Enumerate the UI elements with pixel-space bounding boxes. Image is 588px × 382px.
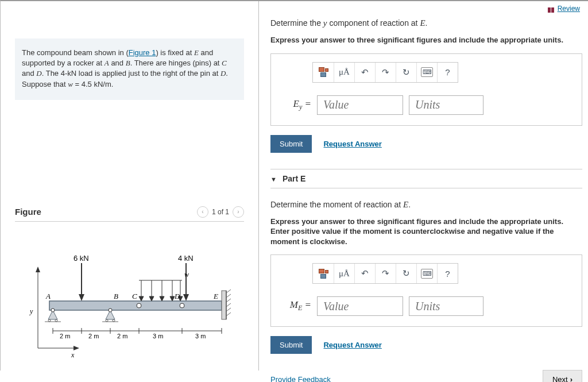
- svg-line-12: [226, 312, 231, 316]
- svg-point-17: [55, 319, 57, 322]
- svg-marker-33: [149, 296, 154, 301]
- special-chars-button[interactable]: μÅ: [334, 63, 354, 82]
- undo-button[interactable]: ↶: [354, 63, 375, 82]
- svg-text:2 m: 2 m: [117, 333, 127, 339]
- help-button[interactable]: ?: [437, 264, 458, 283]
- svg-marker-3: [74, 346, 79, 350]
- svg-line-8: [226, 294, 231, 298]
- svg-point-16: [48, 319, 51, 322]
- svg-text:D: D: [174, 292, 180, 300]
- figure-title: Figure: [15, 207, 41, 217]
- problem-statement: The compound beam shown in (Figure 1) is…: [15, 38, 244, 100]
- fraction-tool-icon[interactable]: [313, 63, 334, 82]
- svg-marker-26: [79, 294, 84, 301]
- svg-point-21: [106, 319, 108, 322]
- parte-instructions: Express your answer to three significant…: [270, 217, 582, 247]
- q1-units-input[interactable]: [409, 95, 483, 115]
- parte-value-input[interactable]: [317, 296, 403, 316]
- fraction-tool-icon[interactable]: [313, 264, 334, 283]
- svg-text:3 m: 3 m: [195, 333, 206, 339]
- review-link[interactable]: Review: [548, 5, 580, 13]
- q1-answer-box: μÅ ↶ ↷ ↻ ⌨ ? Ey =: [270, 53, 582, 126]
- next-button[interactable]: Next›: [543, 370, 582, 382]
- load-w: w: [184, 271, 189, 279]
- load-6kn: 6 kN: [74, 254, 89, 263]
- part-e-header[interactable]: ▼Part E: [270, 169, 582, 188]
- review-icon: [548, 6, 556, 11]
- q1-var-label: Ey =: [287, 98, 311, 111]
- svg-line-10: [226, 303, 231, 307]
- figure-link[interactable]: Figure 1: [129, 48, 156, 57]
- svg-text:B: B: [114, 292, 118, 300]
- q1-submit-button[interactable]: Submit: [270, 135, 312, 153]
- figure-header: Figure ‹ 1 of 1 ›: [15, 206, 244, 222]
- svg-point-23: [137, 303, 141, 308]
- undo-button[interactable]: ↶: [354, 264, 375, 283]
- svg-text:C: C: [132, 292, 137, 300]
- keyboard-icon: ⌨: [421, 67, 433, 77]
- svg-point-14: [51, 308, 55, 312]
- svg-line-9: [226, 299, 231, 302]
- figure-pager: ‹ 1 of 1 ›: [197, 206, 244, 218]
- q1-request-answer-link[interactable]: Request Answer: [323, 140, 381, 148]
- svg-rect-4: [49, 301, 222, 310]
- svg-point-19: [109, 308, 112, 312]
- svg-line-11: [226, 308, 231, 311]
- svg-line-7: [226, 290, 231, 293]
- reset-button[interactable]: ↻: [396, 63, 416, 82]
- parte-prompt: Determine the moment of reaction at E.: [270, 199, 582, 211]
- redo-button[interactable]: ↷: [375, 63, 396, 82]
- provide-feedback-link[interactable]: Provide Feedback: [270, 375, 331, 382]
- parte-toolbar: μÅ ↶ ↷ ↻ ⌨ ?: [312, 263, 458, 284]
- reset-button[interactable]: ↻: [396, 264, 416, 283]
- figure-pager-text: 1 of 1: [212, 208, 229, 216]
- q1-value-input[interactable]: [317, 95, 403, 115]
- chevron-right-icon: ›: [570, 375, 572, 382]
- svg-marker-37: [170, 296, 175, 301]
- special-chars-button[interactable]: μÅ: [334, 264, 354, 283]
- keyboard-icon: ⌨: [421, 269, 433, 279]
- keyboard-button[interactable]: ⌨: [416, 63, 437, 82]
- svg-text:A: A: [45, 292, 51, 300]
- parte-submit-button[interactable]: Submit: [270, 336, 312, 354]
- parte-request-answer-link[interactable]: Request Answer: [323, 341, 381, 349]
- q1-toolbar: μÅ ↶ ↷ ↻ ⌨ ?: [312, 62, 458, 83]
- parte-units-input[interactable]: [409, 296, 483, 316]
- q1-instructions: Express your answer to three significant…: [270, 35, 582, 45]
- axis-y-label: y: [29, 307, 33, 315]
- help-button[interactable]: ?: [437, 63, 458, 82]
- svg-marker-35: [160, 296, 164, 301]
- figure-prev-button[interactable]: ‹: [197, 206, 208, 218]
- keyboard-button[interactable]: ⌨: [416, 264, 437, 283]
- figure-diagram: y x: [15, 250, 244, 360]
- svg-marker-31: [139, 296, 144, 301]
- svg-text:3 m: 3 m: [153, 333, 163, 339]
- svg-text:E: E: [213, 292, 218, 300]
- svg-text:2 m: 2 m: [60, 333, 70, 339]
- problem-text: The compound beam shown in (: [22, 48, 129, 57]
- figure-next-button[interactable]: ›: [233, 206, 244, 218]
- parte-answer-box: μÅ ↶ ↷ ↻ ⌨ ? ME =: [270, 254, 582, 327]
- axis-x-label: x: [71, 351, 75, 359]
- svg-text:2 m: 2 m: [88, 333, 99, 339]
- svg-rect-5: [222, 291, 226, 319]
- q1-prompt: Determine the y component of reaction at…: [270, 17, 582, 29]
- svg-point-22: [113, 319, 115, 322]
- parte-var-label: ME =: [287, 299, 311, 312]
- part-e-title: Part E: [283, 174, 305, 183]
- svg-marker-2: [36, 267, 40, 272]
- svg-marker-28: [183, 294, 189, 301]
- collapse-caret-icon: ▼: [270, 176, 277, 183]
- load-4kn: 4 kN: [178, 254, 194, 263]
- svg-point-24: [180, 303, 184, 308]
- redo-button[interactable]: ↷: [375, 264, 396, 283]
